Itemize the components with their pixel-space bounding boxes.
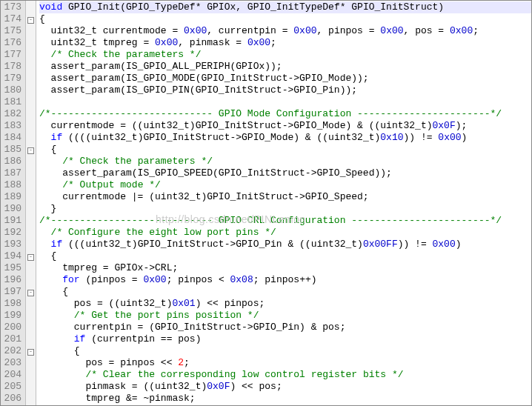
fold-marker[interactable]: - [26, 345, 36, 357]
code-line[interactable]: /* Check the parameters */ [39, 49, 531, 61]
line-number: 189 [1, 191, 21, 203]
code-line[interactable]: /*---------------------------- GPIO CRL … [39, 215, 531, 227]
fold-marker [26, 73, 36, 84]
fold-marker[interactable]: - [26, 250, 36, 262]
line-number: 173 [1, 1, 21, 13]
fold-marker [26, 215, 36, 227]
code-line[interactable]: assert_param(IS_GPIO_ALL_PERIPH(GPIOx)); [39, 61, 531, 73]
code-line[interactable]: uint32_t currentmode = 0x00, currentpin … [39, 25, 531, 37]
line-number: 201 [1, 333, 21, 345]
code-line[interactable]: void GPIO_Init(GPIO_TypeDef* GPIOx, GPIO… [39, 1, 531, 13]
line-number: 190 [1, 203, 21, 215]
line-number: 187 [1, 167, 21, 179]
code-line[interactable]: for (pinpos = 0x00; pinpos < 0x08; pinpo… [39, 274, 531, 286]
code-line[interactable]: assert_param(IS_GPIO_SPEED(GPIO_InitStru… [39, 167, 531, 179]
fold-marker [26, 49, 36, 61]
line-number: 183 [1, 120, 21, 132]
line-number: 181 [1, 96, 21, 108]
line-number: 195 [1, 262, 21, 274]
line-number: 185 [1, 144, 21, 156]
code-line[interactable]: assert_param(IS_GPIO_MODE(GPIO_InitStruc… [39, 73, 531, 84]
code-line[interactable]: /* Output mode */ [39, 179, 531, 191]
code-line[interactable]: assert_param(IS_GPIO_PIN(GPIO_InitStruct… [39, 84, 531, 96]
fold-marker [26, 239, 36, 250]
fold-marker [26, 61, 36, 73]
code-line[interactable]: currentpin = (GPIO_InitStruct->GPIO_Pin)… [39, 322, 531, 333]
code-editor[interactable]: 1731741751761771781791801811821831841851… [1, 1, 531, 405]
line-number: 180 [1, 84, 21, 96]
fold-marker [26, 262, 36, 274]
code-line[interactable]: } [39, 203, 531, 215]
fold-collapse-icon[interactable]: - [27, 254, 34, 261]
line-number: 196 [1, 274, 21, 286]
line-number: 192 [1, 227, 21, 239]
code-line[interactable]: /* Configure the eight low port pins */ [39, 227, 531, 239]
fold-marker [26, 298, 36, 310]
fold-collapse-icon[interactable]: - [27, 147, 34, 154]
line-number: 204 [1, 369, 21, 381]
fold-marker [26, 25, 36, 37]
line-number: 178 [1, 61, 21, 73]
line-number: 205 [1, 381, 21, 393]
code-line[interactable]: pos = pinpos << 2; [39, 357, 531, 369]
code-line[interactable]: if ((((uint32_t)GPIO_InitStruct->GPIO_Mo… [39, 132, 531, 144]
fold-marker [26, 274, 36, 286]
line-number: 186 [1, 156, 21, 167]
fold-marker [26, 179, 36, 191]
line-number: 184 [1, 132, 21, 144]
code-line[interactable]: /* Check the parameters */ [39, 156, 531, 167]
code-line[interactable]: { [39, 286, 531, 298]
line-number: 179 [1, 73, 21, 84]
code-line[interactable]: { [39, 13, 531, 25]
line-number: 203 [1, 357, 21, 369]
code-line[interactable]: /*---------------------------- GPIO Mode… [39, 108, 531, 120]
fold-marker[interactable]: - [26, 144, 36, 156]
code-line[interactable]: /* Clear the corresponding low control r… [39, 369, 531, 381]
fold-marker [26, 322, 36, 333]
fold-marker [26, 310, 36, 322]
line-number: 182 [1, 108, 21, 120]
code-line[interactable]: pos = ((uint32_t)0x01) << pinpos; [39, 298, 531, 310]
code-line[interactable]: { [39, 144, 531, 156]
fold-marker [26, 333, 36, 345]
code-line[interactable]: tmpreg = GPIOx->CRL; [39, 262, 531, 274]
code-line[interactable]: { [39, 250, 531, 262]
fold-marker [26, 191, 36, 203]
fold-marker [26, 96, 36, 108]
fold-marker [26, 203, 36, 215]
code-line[interactable]: currentmode |= (uint32_t)GPIO_InitStruct… [39, 191, 531, 203]
fold-collapse-icon[interactable]: - [27, 349, 34, 356]
line-number: 177 [1, 49, 21, 61]
code-line[interactable]: if (((uint32_t)GPIO_InitStruct->GPIO_Pin… [39, 239, 531, 250]
fold-collapse-icon[interactable]: - [27, 17, 34, 24]
code-line[interactable] [39, 96, 531, 108]
fold-marker [26, 132, 36, 144]
fold-gutter[interactable]: ----- [26, 1, 36, 405]
fold-marker [26, 381, 36, 393]
fold-collapse-icon[interactable]: - [27, 290, 34, 296]
line-number: 191 [1, 215, 21, 227]
line-number: 175 [1, 25, 21, 37]
code-line[interactable]: uint32_t tmpreg = 0x00, pinmask = 0x00; [39, 37, 531, 49]
code-area[interactable]: void GPIO_Init(GPIO_TypeDef* GPIOx, GPIO… [36, 1, 531, 405]
fold-marker [26, 156, 36, 167]
fold-marker [26, 167, 36, 179]
fold-marker[interactable]: - [26, 286, 36, 298]
code-line[interactable]: pinmask = ((uint32_t)0x0F) << pos; [39, 381, 531, 393]
fold-marker [26, 84, 36, 96]
fold-marker [26, 393, 36, 405]
code-line[interactable]: if (currentpin == pos) [39, 333, 531, 345]
code-line[interactable]: tmpreg &= ~pinmask; [39, 393, 531, 405]
code-line[interactable]: { [39, 345, 531, 357]
line-number: 202 [1, 345, 21, 357]
line-number: 197 [1, 286, 21, 298]
fold-marker [26, 37, 36, 49]
line-number: 199 [1, 310, 21, 322]
line-number: 194 [1, 250, 21, 262]
code-line[interactable]: /* Get the port pins position */ [39, 310, 531, 322]
fold-marker [26, 357, 36, 369]
fold-marker[interactable]: - [26, 13, 36, 25]
code-line[interactable]: currentmode = ((uint32_t)GPIO_InitStruct… [39, 120, 531, 132]
fold-marker [26, 120, 36, 132]
fold-marker [26, 369, 36, 381]
